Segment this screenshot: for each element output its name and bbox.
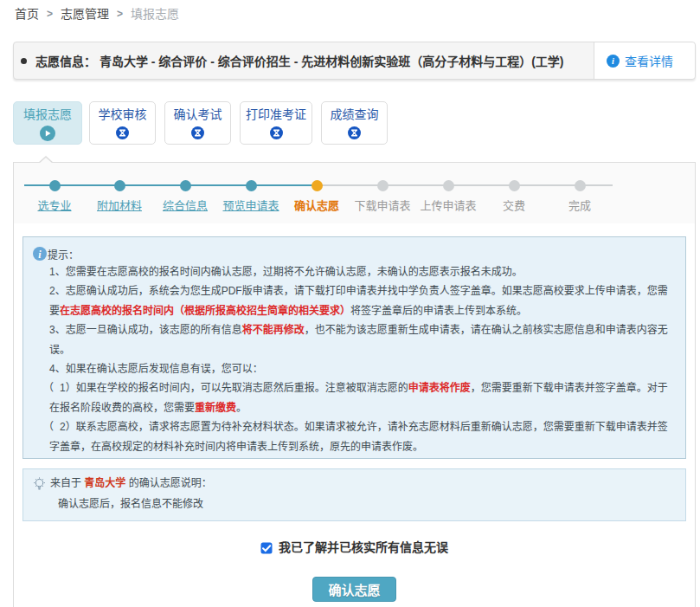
svg-text:i: i: [612, 56, 614, 66]
